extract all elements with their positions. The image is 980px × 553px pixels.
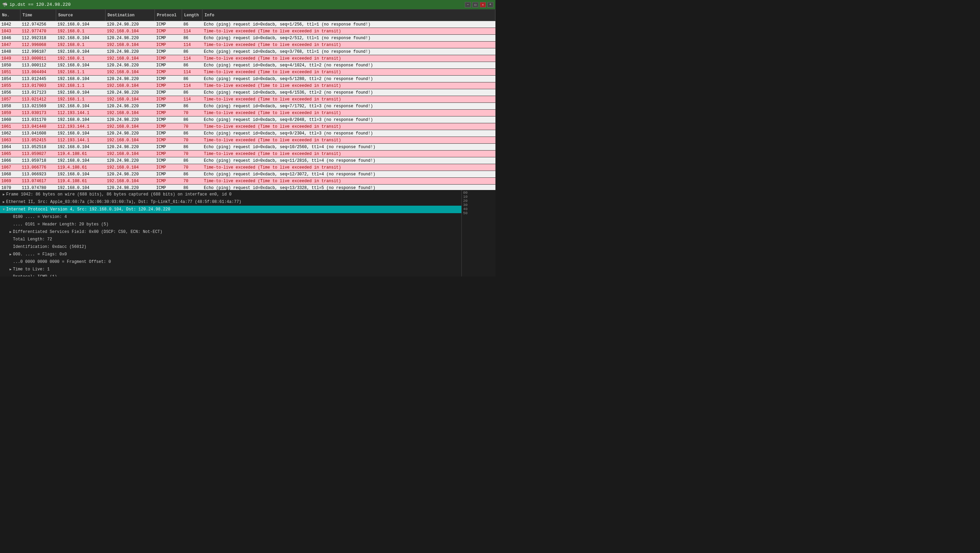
cell-info: Time-to-live exceeded (Time to live exce… (202, 110, 495, 116)
cell-no: 1059 (0, 110, 21, 116)
table-row[interactable]: 1060 113.031170 192.168.0.104 120.24.98.… (0, 116, 495, 123)
ipv4-text: Internet Protocol Version 4, Src: 192.16… (6, 207, 170, 212)
ip-ttl-row[interactable]: ▶ Time to Live: 1 (0, 266, 461, 273)
cell-time: 113.021412 (21, 96, 56, 102)
ipv4-expand-icon[interactable]: ▼ (2, 208, 6, 212)
cell-info: Echo (ping) request id=0xdacb, seq=13/33… (202, 185, 495, 190)
table-row[interactable]: 1047 112.996068 192.168.0.1 192.168.0.10… (0, 41, 495, 48)
ip-dscp-row[interactable]: ▶ Differentiated Services Field: 0x00 (D… (0, 228, 461, 236)
frame-row[interactable]: ▶ Frame 1042: 86 bytes on wire (688 bits… (0, 191, 461, 198)
ttl-expand-icon[interactable]: ▶ (8, 267, 13, 271)
cell-no: 1046 (0, 35, 21, 41)
table-row[interactable]: 1049 113.000011 192.168.0.1 192.168.0.10… (0, 55, 495, 62)
cell-dest: 120.24.98.220 (105, 48, 155, 55)
ip-version-row[interactable]: 0100 .... = Version: 4 (0, 213, 461, 221)
ip-flags-row[interactable]: ▶ 000. .... = Flags: 0x0 (0, 251, 461, 258)
cell-no: 1070 (0, 185, 21, 190)
ethernet-row[interactable]: ▶ Ethernet II, Src: Apple_03:60:7a (3c:0… (0, 198, 461, 206)
cell-dest: 192.168.0.104 (105, 178, 155, 184)
cell-proto: ICMP (155, 185, 182, 190)
ip-hdrlen-row[interactable]: .... 0101 = Header Length: 20 bytes (5) (0, 221, 461, 228)
flags-expand-icon[interactable]: ▶ (8, 252, 13, 257)
table-row[interactable]: 1055 113.017003 192.168.1.1 192.168.0.10… (0, 83, 495, 89)
ip-id-row[interactable]: Identification: 0xdacc (56012) (0, 243, 461, 251)
ipv4-row[interactable]: ▼ Internet Protocol Version 4, Src: 192.… (0, 206, 461, 213)
cell-info: Echo (ping) request id=0xdacb, seq=2/512… (202, 35, 495, 41)
minimize-button[interactable]: – (465, 2, 471, 8)
menu-button[interactable]: + (487, 2, 493, 8)
ethernet-expand-icon[interactable]: ▶ (2, 200, 6, 204)
col-header-no[interactable]: No. (0, 10, 21, 21)
cell-info: Time-to-live exceeded (Time to live exce… (202, 83, 495, 89)
frame-expand-icon[interactable]: ▶ (2, 193, 6, 196)
cell-time: 112.974256 (21, 21, 56, 27)
cell-no: 1060 (0, 116, 21, 123)
table-row[interactable]: 1066 113.059718 192.168.0.104 120.24.98.… (0, 157, 495, 164)
cell-len: 70 (182, 178, 202, 184)
table-row[interactable]: 1062 113.041608 192.168.0.104 120.24.98.… (0, 130, 495, 137)
frame-text: Frame 1042: 86 bytes on wire (688 bits),… (6, 192, 232, 197)
table-row[interactable]: 1046 112.992318 192.168.0.104 120.24.98.… (0, 35, 495, 41)
ip-fragoff-row[interactable]: ...0 0000 0000 0000 = Fragment Offset: 0 (0, 258, 461, 266)
table-row[interactable]: 1042 112.974256 192.168.0.104 120.24.98.… (0, 21, 495, 28)
col-header-time[interactable]: Time (21, 10, 56, 21)
cell-len: 70 (182, 150, 202, 157)
table-row[interactable]: 1065 113.059027 119.4.108.61 192.168.0.1… (0, 150, 495, 157)
cell-source: 192.168.0.104 (56, 21, 105, 27)
table-row[interactable]: 1043 112.977470 192.168.0.1 192.168.0.10… (0, 28, 495, 35)
cell-proto: ICMP (155, 144, 182, 150)
cell-proto: ICMP (155, 76, 182, 82)
table-row[interactable]: 1063 113.052415 112.193.144.1 192.168.0.… (0, 137, 495, 144)
cell-source: 192.168.0.104 (56, 89, 105, 96)
close-button[interactable]: ✕ (480, 2, 486, 8)
table-row[interactable]: 1054 113.012445 192.168.0.104 120.24.98.… (0, 76, 495, 83)
ip-totlen-text: Total Length: 72 (13, 237, 52, 242)
table-row[interactable]: 1050 113.000112 192.168.0.104 120.24.98.… (0, 62, 495, 69)
cell-no: 1047 (0, 41, 21, 48)
table-row[interactable]: 1061 113.041440 112.193.144.1 192.168.0.… (0, 123, 495, 130)
cell-time: 113.030173 (21, 110, 56, 116)
ip-proto-row[interactable]: Protocol: ICMP (1) (0, 273, 461, 276)
cell-source: 192.168.0.104 (56, 76, 105, 82)
cell-info: Echo (ping) request id=0xdacb, seq=1/256… (202, 21, 495, 27)
cell-dest: 120.24.98.220 (105, 21, 155, 27)
table-row[interactable]: 1070 113.074780 192.168.0.104 120.24.98.… (0, 185, 495, 190)
hex-line: 00 (463, 191, 494, 195)
col-header-info[interactable]: Info (202, 10, 495, 21)
restore-button[interactable]: ◻ (472, 2, 479, 8)
ip-totlen-row[interactable]: Total Length: 72 (0, 236, 461, 243)
packet-list-panel: No. Time Source Destination Protocol Len… (0, 10, 495, 190)
cell-dest: 192.168.0.104 (105, 110, 155, 116)
cell-len: 114 (182, 41, 202, 48)
col-header-length[interactable]: Length (182, 10, 202, 21)
cell-proto: ICMP (155, 21, 182, 27)
col-header-protocol[interactable]: Protocol (155, 10, 182, 21)
table-row[interactable]: 1051 113.004494 192.168.1.1 192.168.0.10… (0, 69, 495, 76)
table-row[interactable]: 1057 113.021412 192.168.1.1 192.168.0.10… (0, 96, 495, 103)
col-header-source[interactable]: Source (56, 10, 105, 21)
cell-info: Time-to-live exceeded (Time to live exce… (202, 123, 495, 130)
cell-source: 192.168.0.1 (56, 28, 105, 34)
cell-dest: 120.24.98.220 (105, 185, 155, 190)
table-row[interactable]: 1067 113.066776 119.4.108.61 192.168.0.1… (0, 164, 495, 171)
cell-len: 114 (182, 96, 202, 102)
dscp-expand-icon[interactable]: ▶ (8, 230, 13, 234)
table-row[interactable]: 1064 113.052518 192.168.0.104 120.24.98.… (0, 144, 495, 150)
table-row[interactable]: 1056 113.017123 192.168.0.104 120.24.98.… (0, 89, 495, 96)
cell-source: 192.168.0.104 (56, 144, 105, 150)
cell-dest: 192.168.0.104 (105, 96, 155, 102)
table-row[interactable]: 1058 113.021569 192.168.0.104 120.24.98.… (0, 103, 495, 110)
cell-no: 1069 (0, 178, 21, 184)
cell-info: Echo (ping) request id=0xdacb, seq=8/204… (202, 116, 495, 123)
table-row[interactable]: 1068 113.066923 192.168.0.104 120.24.98.… (0, 171, 495, 178)
col-header-destination[interactable]: Destination (105, 10, 155, 21)
table-row[interactable]: 1048 112.996187 192.168.0.104 120.24.98.… (0, 48, 495, 55)
cell-no: 1051 (0, 69, 21, 75)
cell-len: 114 (182, 28, 202, 34)
cell-time: 112.996187 (21, 48, 56, 55)
table-row[interactable]: 1069 113.074617 119.4.108.61 192.168.0.1… (0, 178, 495, 185)
table-row[interactable]: 1059 113.030173 112.193.144.1 192.168.0.… (0, 110, 495, 116)
cell-info: Echo (ping) request id=0xdacb, seq=12/30… (202, 171, 495, 177)
cell-no: 1063 (0, 137, 21, 143)
cell-len: 86 (182, 62, 202, 69)
